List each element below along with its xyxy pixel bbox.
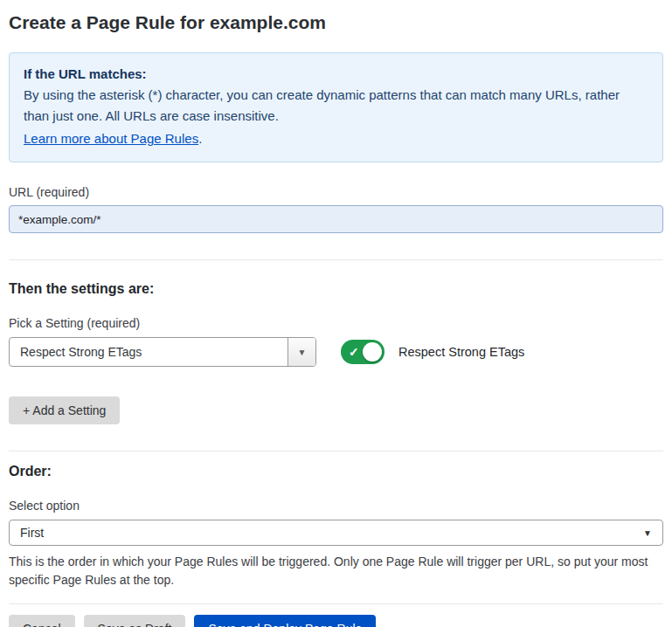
pick-setting-label: Pick a Setting (required): [9, 316, 663, 330]
order-heading: Order:: [9, 464, 663, 479]
order-select[interactable]: First ▼: [9, 520, 663, 546]
footer-actions: Cancel Save as Draft Save and Deploy Pag…: [9, 615, 663, 627]
url-input[interactable]: [9, 205, 663, 233]
section-divider: [9, 259, 663, 260]
save-draft-button[interactable]: Save as Draft: [84, 615, 186, 627]
info-box-link-row: Learn more about Page Rules.: [24, 128, 648, 149]
order-select-value: First: [20, 526, 44, 540]
setting-select-value: Respect Strong ETags: [10, 338, 288, 366]
etags-toggle[interactable]: ✓: [341, 340, 384, 364]
footer-divider: [9, 603, 663, 604]
setting-select[interactable]: Respect Strong ETags ▼: [9, 337, 316, 367]
order-select-label: Select option: [9, 499, 663, 513]
settings-heading: Then the settings are:: [9, 281, 663, 297]
chevron-down-icon[interactable]: ▼: [288, 338, 315, 366]
check-icon: ✓: [349, 346, 359, 358]
url-match-info-box: If the URL matches: By using the asteris…: [9, 52, 663, 162]
url-label: URL (required): [9, 185, 663, 199]
info-box-heading: If the URL matches:: [24, 64, 648, 85]
page-rule-form: Create a Page Rule for example.com If th…: [0, 0, 672, 627]
learn-more-link-period: .: [198, 131, 202, 146]
page-title: Create a Page Rule for example.com: [9, 12, 663, 33]
add-setting-button[interactable]: + Add a Setting: [9, 396, 120, 424]
info-box-body: By using the asterisk (*) character, you…: [24, 85, 648, 127]
learn-more-link[interactable]: Learn more about Page Rules: [24, 131, 198, 146]
cancel-button[interactable]: Cancel: [9, 615, 75, 627]
toggle-knob: [363, 342, 382, 362]
etags-toggle-label: Respect Strong ETags: [398, 345, 524, 359]
etags-toggle-group: ✓ Respect Strong ETags: [341, 340, 524, 364]
setting-row: Respect Strong ETags ▼ ✓ Respect Strong …: [9, 337, 663, 367]
order-help-text: This is the order in which your Page Rul…: [9, 553, 655, 589]
save-deploy-button[interactable]: Save and Deploy Page Rule: [194, 615, 376, 627]
chevron-down-icon: ▼: [643, 528, 652, 538]
section-divider: [9, 451, 663, 451]
